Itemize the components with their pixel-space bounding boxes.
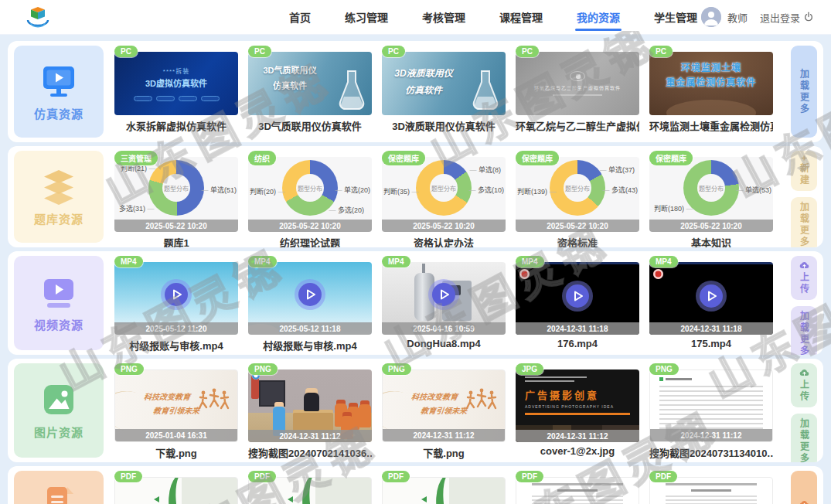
format-badge: PNG xyxy=(649,363,679,375)
nav-item[interactable]: 课程管理 xyxy=(498,0,544,34)
resource-card[interactable]: 三资管理题型分布单选(51)多选(31)判断(21)2025-05-22 10:… xyxy=(114,151,238,243)
resource-card[interactable]: PNG2024-12-31 11:12搜狗截图20240702141036.… xyxy=(248,363,372,458)
category-label: 仿真资源 xyxy=(34,105,83,121)
card-list: MP42025-05-12 11:20村级报账与审核.mp4MP42025-05… xyxy=(114,256,773,350)
section-actions: 加载更多 xyxy=(791,46,817,138)
resource-card[interactable]: PDF xyxy=(649,471,773,504)
image-thumbnail: 科技改变教育教育引领未来2025-01-04 16:31 xyxy=(114,369,238,442)
resource-title: 环境监测土壤重金属检测仿真… xyxy=(649,118,773,133)
resource-card[interactable]: PC环境监测土壤重金属检测仿真软件环境监测土壤重金属检测仿真… xyxy=(649,46,773,138)
resource-card[interactable]: JPG广告摄影创意ADVERTISING PHOTOGRAPHY IDEA202… xyxy=(516,363,639,458)
date-badge: 2024-12-31 11:12 xyxy=(516,430,639,442)
image-thumbnail: 广告摄影创意ADVERTISING PHOTOGRAPHY IDEA2024-1… xyxy=(516,369,639,442)
resource-title: DongHua8.mp4 xyxy=(382,338,506,349)
resource-card[interactable]: PDF xyxy=(516,471,639,504)
category-card-quiz[interactable]: 题库资源 xyxy=(14,151,104,243)
chart-center-label: 题型分布 xyxy=(697,174,725,202)
resource-card[interactable]: PNG2024-12-31 11:12搜狗截图20240731134010.… xyxy=(649,363,773,458)
resource-card[interactable]: PDF xyxy=(382,471,506,504)
play-button[interactable] xyxy=(566,284,589,308)
load-more-button[interactable]: 加载更多 xyxy=(791,46,817,138)
resource-title: 下载.png xyxy=(114,445,238,460)
resource-card[interactable]: 纺织题型分布单选(20)多选(20)判断(20)2025-05-22 10:20… xyxy=(248,151,372,243)
resource-card[interactable]: PDF xyxy=(114,471,238,504)
simulation-thumbnail: ****拆装3D虚拟仿真软件 xyxy=(114,52,238,115)
resource-card[interactable]: MP42025-05-12 11:18村级报账与审核.mp4 xyxy=(248,256,372,350)
format-badge: PC xyxy=(248,46,271,57)
question-type-donut-chart: 题型分布单选(8)多选(10)判断(35)2025-05-22 10:20 xyxy=(382,157,506,232)
load-more-button[interactable]: 加载更多 xyxy=(791,414,817,462)
format-badge: MP4 xyxy=(248,256,277,267)
image-thumbnail: 2024-12-31 11:12 xyxy=(248,369,372,442)
resource-title: 基本知识 xyxy=(649,235,773,247)
resource-card[interactable]: PC3D液质联用仪仿真软件3D液质联用仪仿真软件 xyxy=(382,46,506,138)
nav-item[interactable]: 首页 xyxy=(288,0,312,34)
format-badge: PC xyxy=(649,46,673,57)
date-badge: 2024-12-31 11:18 xyxy=(516,322,639,335)
play-button[interactable] xyxy=(298,283,322,306)
category-card-sim[interactable]: 仿真资源 xyxy=(14,46,104,138)
chart-label: 多选(20) xyxy=(329,205,364,215)
recorder-logo-icon xyxy=(653,269,663,279)
resource-card[interactable]: 保密题库题型分布单选(8)多选(10)判断(35)2025-05-22 10:2… xyxy=(382,151,506,243)
nav-item[interactable]: 我的资源 xyxy=(575,0,622,34)
upload-button[interactable]: 上传 xyxy=(791,471,817,504)
chart-label: 多选(31) xyxy=(119,203,155,213)
resource-card[interactable]: MP42025-05-12 11:20村级报账与审核.mp4 xyxy=(114,256,238,350)
chart-label: 判断(180) xyxy=(654,203,693,213)
play-button[interactable] xyxy=(165,283,188,306)
chart-label: 多选(43) xyxy=(602,185,638,195)
date-badge: 2025-05-12 11:18 xyxy=(248,322,372,335)
chart-center-label: 题型分布 xyxy=(296,174,324,202)
logout-button[interactable]: 退出登录 xyxy=(760,10,814,25)
resource-card[interactable]: PDF xyxy=(248,471,372,504)
section-actions: 上传 xyxy=(791,471,817,504)
format-badge: PC xyxy=(382,46,405,57)
resource-card[interactable]: PNG科技改变教育教育引领未来2025-01-04 16:31下载.png xyxy=(114,363,238,458)
resource-card[interactable]: MP42024-12-31 11:18176.mp4 xyxy=(516,256,639,350)
load-more-button[interactable]: 加载更多 xyxy=(791,306,817,355)
nav-item[interactable]: 练习管理 xyxy=(343,0,390,34)
play-button[interactable] xyxy=(432,283,455,306)
play-button[interactable] xyxy=(700,284,723,308)
power-icon xyxy=(803,12,814,22)
nav-item[interactable]: 学生管理 xyxy=(652,0,699,34)
category-card-doc[interactable] xyxy=(14,471,104,504)
resource-card[interactable]: PC3D气质联用仪仿真软件3D气质联用仪仿真软件 xyxy=(248,46,372,138)
jumping-people-icon xyxy=(197,387,230,415)
app-logo-icon xyxy=(20,4,56,30)
resource-card[interactable]: 保密题库题型分布单选(37)多选(43)判断(139)2025-05-22 10… xyxy=(516,151,639,243)
upload-button[interactable]: 上传 xyxy=(791,256,817,300)
category-card-image[interactable]: 图片资源 xyxy=(14,363,104,458)
video-play-icon xyxy=(40,274,77,311)
video-thumbnail: 2025-04-16 10:59 xyxy=(382,262,506,335)
resource-card[interactable]: MP42024-12-31 11:18175.mp4 xyxy=(649,256,773,350)
format-badge: PNG xyxy=(382,363,411,375)
cloud-upload-icon xyxy=(799,368,809,376)
nav-item[interactable]: 考核管理 xyxy=(421,0,467,34)
upload-button[interactable]: 上传 xyxy=(791,363,817,407)
category-label: 图片资源 xyxy=(34,424,83,440)
avatar[interactable] xyxy=(701,7,721,27)
resource-card[interactable]: PC环氧乙烷与乙二醇生产虚拟仿真软件环氧乙烷与乙二醇生产虚拟仿… xyxy=(516,46,639,138)
resource-title: 175.mp4 xyxy=(649,338,773,349)
resource-card[interactable]: PNG科技改变教育教育引领未来2024-12-31 11:12下载.png xyxy=(382,363,506,458)
category-card-video[interactable]: 视频资源 xyxy=(14,256,104,350)
resource-title: cover-1@2x.jpg xyxy=(516,445,639,457)
monitor-play-icon xyxy=(40,63,77,100)
resource-card[interactable]: PC****拆装3D虚拟仿真软件水泵拆解虚拟仿真软件 xyxy=(114,46,238,138)
main-menu: 首页练习管理考核管理课程管理我的资源学生管理 xyxy=(288,0,699,34)
resource-card[interactable]: MP42025-04-16 10:59DongHua8.mp4 xyxy=(382,256,506,350)
simulation-thumbnail: 环氧乙烷与乙二醇生产虚拟仿真软件 xyxy=(516,52,639,115)
date-badge: 2025-04-16 10:59 xyxy=(382,322,506,335)
resource-card[interactable]: 保密题库题型分布单选(53)判断(180)2025-05-22 10:20基本知… xyxy=(649,151,773,243)
date-badge: 2024-12-31 11:12 xyxy=(383,429,505,441)
category-label: 题库资源 xyxy=(34,210,83,226)
resource-title: 水泵拆解虚拟仿真软件 xyxy=(114,118,238,133)
new-button[interactable]: +新建 xyxy=(791,151,817,191)
question-type-donut-chart: 题型分布单选(20)多选(20)判断(20)2025-05-22 10:20 xyxy=(248,157,372,232)
load-more-button[interactable]: 加载更多 xyxy=(791,197,817,247)
question-type-donut-chart: 题型分布单选(53)判断(180)2025-05-22 10:20 xyxy=(649,157,773,232)
video-thumbnail: 2024-12-31 11:18 xyxy=(516,262,639,335)
image-icon xyxy=(40,381,77,418)
